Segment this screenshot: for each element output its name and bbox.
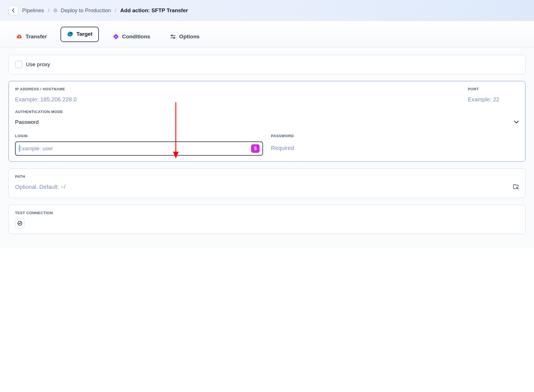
tab-target[interactable]: Target bbox=[61, 27, 99, 42]
folder-search-icon bbox=[513, 184, 519, 190]
path-label: PATH bbox=[15, 174, 519, 179]
cloud-upload-icon bbox=[16, 33, 23, 40]
port-label: PORT bbox=[468, 87, 519, 91]
back-button[interactable] bbox=[9, 6, 18, 15]
content-area: Use proxy IP ADDRESS / HOSTNAME Example:… bbox=[0, 47, 534, 248]
auth-mode-value: Password bbox=[15, 119, 39, 125]
use-proxy-checkbox[interactable] bbox=[15, 61, 22, 68]
tab-label: Transfer bbox=[26, 34, 47, 40]
auth-mode-label: AUTHENTICATION MODE bbox=[15, 110, 519, 114]
hostname-label: IP ADDRESS / HOSTNAME bbox=[15, 87, 454, 91]
breadcrumb-separator: / bbox=[115, 7, 116, 14]
chevron-down-icon bbox=[514, 120, 519, 124]
tab-conditions[interactable]: IF Conditions bbox=[107, 30, 156, 44]
test-connection-button[interactable] bbox=[15, 218, 25, 228]
use-proxy-label: Use proxy bbox=[26, 61, 50, 68]
tab-label: Target bbox=[76, 31, 93, 37]
login-field[interactable] bbox=[18, 145, 248, 152]
password-label: PASSWORD bbox=[271, 134, 519, 138]
conditions-icon: IF bbox=[112, 33, 119, 40]
check-circle-icon bbox=[17, 221, 22, 226]
password-field[interactable]: Required bbox=[271, 141, 519, 155]
tabs-bar: Transfer Target IF Conditions Options bbox=[0, 21, 534, 47]
breadcrumb-bar: Pipelines / Deploy to Production / Add a… bbox=[0, 0, 534, 21]
tab-label: Options bbox=[179, 34, 200, 40]
browse-path-button[interactable] bbox=[513, 184, 519, 191]
insert-variable-button[interactable]: $ bbox=[251, 144, 260, 153]
tab-transfer[interactable]: Transfer bbox=[10, 30, 53, 44]
test-connection-panel: TEST CONNECTION bbox=[9, 205, 525, 234]
path-panel: PATH Optional. Default: ~/ bbox=[9, 168, 525, 198]
pipeline-status-dot bbox=[53, 9, 57, 12]
sliders-icon bbox=[170, 33, 176, 40]
path-field[interactable]: Optional. Default: ~/ bbox=[15, 182, 65, 192]
breadcrumb-current: Add action: SFTP Transfer bbox=[120, 7, 188, 14]
text-cursor bbox=[19, 145, 20, 152]
login-field-wrap: $ bbox=[15, 141, 263, 156]
tab-options[interactable]: Options bbox=[164, 30, 205, 44]
globe-icon bbox=[67, 31, 74, 37]
connection-panel: IP ADDRESS / HOSTNAME Example: 185.206.2… bbox=[9, 81, 525, 162]
svg-point-0 bbox=[68, 32, 73, 37]
breadcrumb-pipelines[interactable]: Pipelines bbox=[22, 7, 44, 14]
auth-mode-select[interactable]: Password bbox=[15, 117, 519, 129]
test-connection-label: TEST CONNECTION bbox=[15, 211, 519, 215]
login-label: LOGIN bbox=[15, 134, 263, 138]
proxy-panel: Use proxy bbox=[9, 55, 525, 74]
chevron-left-icon bbox=[12, 8, 15, 13]
svg-point-2 bbox=[70, 32, 72, 34]
port-field[interactable]: Example: 22 bbox=[468, 95, 519, 110]
svg-text:IF: IF bbox=[115, 36, 117, 38]
svg-point-8 bbox=[174, 37, 175, 39]
svg-point-6 bbox=[171, 35, 173, 36]
hostname-field[interactable]: Example: 185.206.228.0 bbox=[15, 95, 454, 110]
breadcrumb-pipeline-name[interactable]: Deploy to Production bbox=[53, 7, 111, 14]
dollar-icon: $ bbox=[254, 146, 257, 151]
breadcrumb-separator: / bbox=[48, 7, 49, 14]
tab-label: Conditions bbox=[122, 34, 150, 40]
